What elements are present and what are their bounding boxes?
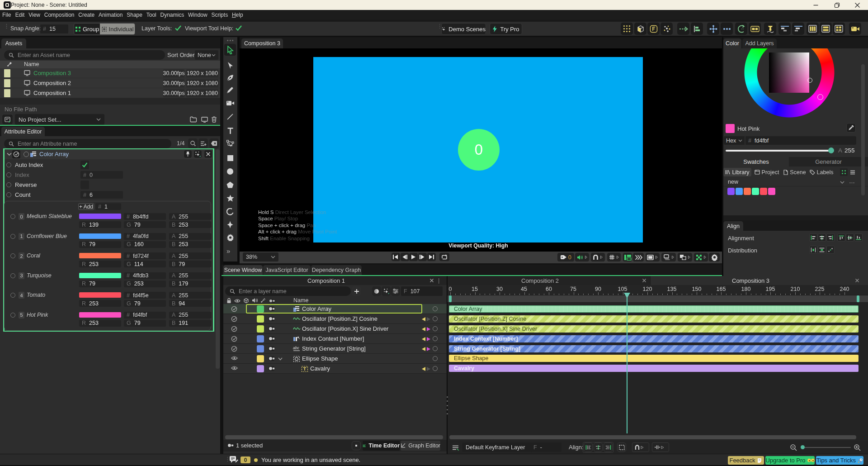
svg-text:abc: abc — [293, 346, 299, 350]
